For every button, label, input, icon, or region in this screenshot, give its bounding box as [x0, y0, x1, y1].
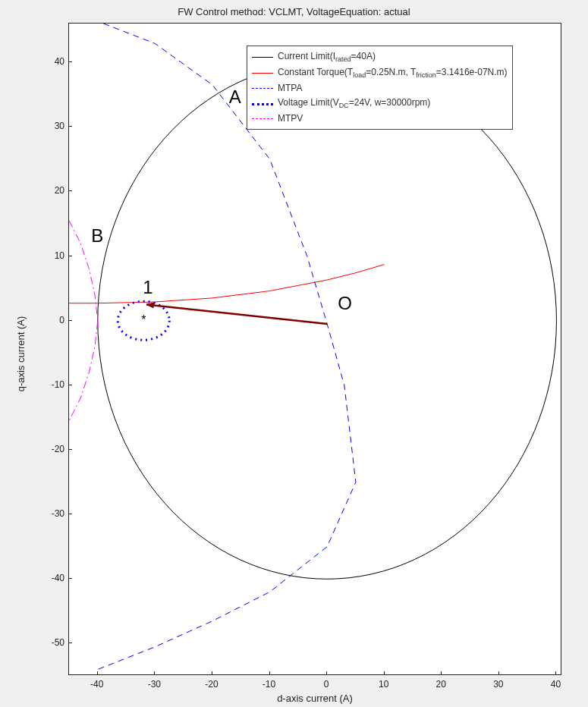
x-tick-mark: [97, 671, 98, 675]
marker-star: *: [141, 313, 146, 326]
x-tick-mark: [212, 671, 212, 675]
y-tick-label: 40: [34, 56, 64, 67]
series-current-limit: [98, 62, 557, 579]
legend-item: Current Limit(Irated=40A): [252, 49, 508, 65]
legend-item: Voltage Limit(VDC=24V, w=30000rpm): [252, 96, 508, 112]
y-tick-mark: [68, 449, 72, 450]
x-tick-label: -40: [90, 679, 103, 690]
x-tick-label: 30: [493, 679, 503, 690]
y-tick-label: 10: [34, 250, 64, 261]
x-tick-mark: [326, 671, 327, 675]
legend-swatch-icon: [252, 98, 273, 108]
x-tick-mark: [498, 671, 499, 675]
y-tick-mark: [68, 320, 72, 321]
x-tick-label: -20: [205, 679, 218, 690]
legend-item: Constant Torque(Tload=0.25N.m, Tfriction…: [252, 65, 508, 81]
trajectory-arrowhead-icon: [146, 303, 154, 308]
y-axis-label: q-axis current (A): [14, 0, 29, 707]
y-tick-mark: [68, 385, 72, 385]
y-tick-mark: [68, 61, 72, 62]
y-tick-label: 20: [34, 185, 64, 196]
y-tick-mark: [68, 256, 72, 256]
y-tick-label: -40: [34, 573, 64, 583]
series-mtpv: [69, 221, 98, 421]
legend-label: MTPV: [278, 112, 303, 126]
x-tick-mark: [555, 671, 556, 675]
legend-label: Constant Torque(Tload=0.25N.m, Tfriction…: [278, 65, 508, 81]
x-axis-label: d-axis current (A): [68, 693, 561, 704]
y-tick-mark: [68, 190, 72, 191]
legend-swatch-icon: [252, 113, 273, 124]
x-tick-mark: [269, 671, 270, 675]
annotation-O: O: [338, 293, 352, 314]
series-trajectory: [146, 304, 327, 324]
x-tick-label: 20: [436, 679, 446, 690]
y-tick-label: 30: [34, 121, 64, 131]
x-tick-label: -10: [263, 679, 275, 690]
y-tick-label: -10: [34, 379, 64, 390]
x-tick-mark: [384, 671, 385, 675]
y-tick-mark: [68, 643, 72, 643]
legend-label: Current Limit(Irated=40A): [278, 49, 376, 65]
y-tick-mark: [68, 126, 72, 127]
legend-swatch-icon: [252, 83, 273, 93]
legend: Current Limit(Irated=40A)Constant Torque…: [247, 46, 513, 130]
page-title: FW Control method: VCLMT, VoltageEquatio…: [0, 6, 588, 17]
annotation-A: A: [229, 86, 241, 108]
y-tick-label: -20: [34, 444, 64, 454]
annotation-1: 1: [143, 277, 153, 298]
legend-swatch-icon: [252, 68, 273, 78]
annotation-B: B: [91, 225, 103, 247]
legend-item: MTPV: [252, 112, 508, 126]
x-tick-label: 10: [379, 679, 388, 690]
legend-label: Voltage Limit(VDC=24V, w=30000rpm): [278, 96, 430, 112]
y-tick-mark: [68, 514, 72, 514]
legend-swatch-icon: [252, 52, 273, 62]
y-tick-label: -50: [34, 637, 64, 648]
x-tick-mark: [154, 671, 155, 675]
legend-label: MTPA: [278, 81, 302, 96]
x-tick-label: 40: [551, 679, 561, 690]
x-tick-label: -30: [148, 679, 161, 690]
y-tick-label: -30: [34, 508, 64, 519]
figure: FW Control method: VCLMT, VoltageEquatio…: [0, 0, 588, 707]
x-tick-mark: [441, 671, 442, 675]
y-tick-label: 0: [34, 315, 64, 325]
x-tick-label: 0: [324, 679, 329, 690]
legend-item: MTPA: [252, 81, 508, 96]
y-tick-mark: [68, 578, 72, 579]
